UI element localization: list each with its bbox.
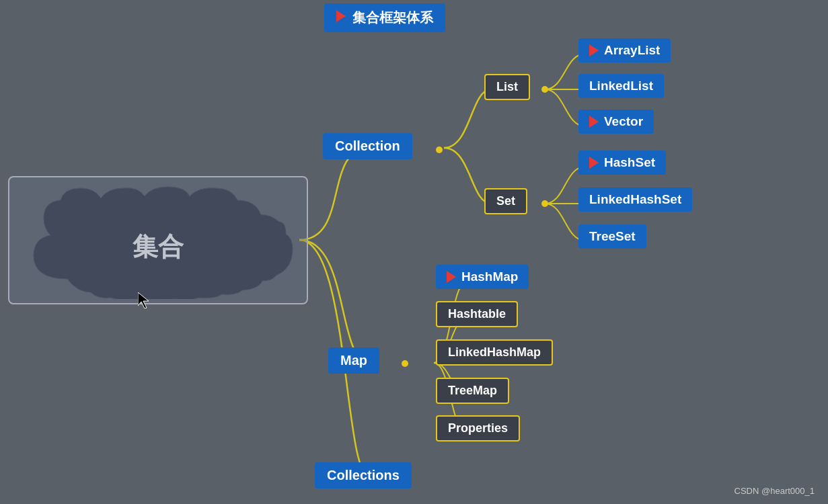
root-node[interactable]: 集合 — [13, 181, 303, 299]
hashtable-label: Hashtable — [448, 307, 506, 321]
red-arrow-hashmap-icon — [447, 271, 456, 283]
cloud-border — [8, 176, 308, 304]
red-arrow-arraylist-icon — [589, 44, 599, 56]
set-node: Set — [484, 188, 527, 214]
properties-node: Properties — [436, 415, 520, 442]
linkedlist-label: LinkedList — [589, 79, 653, 93]
mind-map-canvas: 集合 集合框架体系 Collection List Set ArrayList … — [0, 0, 828, 504]
linkedhashmap-label: LinkedHashMap — [448, 345, 541, 359]
hashset-node: HashSet — [578, 151, 666, 175]
collections-node: Collections — [315, 462, 412, 489]
treemap-node: TreeMap — [436, 378, 509, 404]
linkedhashmap-node: LinkedHashMap — [436, 339, 553, 366]
treeset-label: TreeSet — [589, 229, 636, 244]
set-dot — [541, 200, 548, 207]
hashtable-node: Hashtable — [436, 301, 518, 327]
arraylist-label: ArrayList — [604, 43, 660, 58]
collection-node: Collection — [323, 133, 412, 159]
framework-title-node: 集合框架体系 — [324, 3, 445, 32]
arraylist-node: ArrayList — [578, 38, 671, 62]
list-label: List — [496, 80, 518, 93]
vector-label: Vector — [604, 114, 643, 129]
linkedhashset-label: LinkedHashSet — [589, 192, 681, 207]
linkedlist-node: LinkedList — [578, 74, 664, 98]
list-dot — [541, 86, 548, 93]
map-node: Map — [328, 347, 379, 374]
collection-label: Collection — [335, 138, 400, 153]
set-label: Set — [496, 194, 515, 208]
treemap-label: TreeMap — [448, 384, 497, 397]
collections-label: Collections — [327, 468, 400, 482]
list-node: List — [484, 74, 530, 100]
linkedhashset-node: LinkedHashSet — [578, 187, 692, 212]
treeset-node: TreeSet — [578, 224, 646, 249]
red-arrow-hashset-icon — [589, 157, 599, 169]
red-arrow-vector-icon — [589, 116, 599, 128]
framework-title-label: 集合框架体系 — [352, 10, 433, 25]
vector-node: Vector — [578, 110, 654, 134]
map-dot — [402, 360, 408, 367]
map-label: Map — [340, 353, 367, 368]
hashmap-label: HashMap — [461, 269, 518, 284]
svg-marker-1 — [138, 292, 149, 308]
hashmap-node: HashMap — [436, 265, 529, 289]
hashset-label: HashSet — [604, 155, 655, 170]
watermark: CSDN @heart000_1 — [735, 486, 815, 496]
red-arrow-icon — [336, 10, 346, 22]
collection-dot — [436, 146, 443, 153]
mouse-cursor — [138, 292, 151, 308]
properties-label: Properties — [448, 421, 508, 435]
